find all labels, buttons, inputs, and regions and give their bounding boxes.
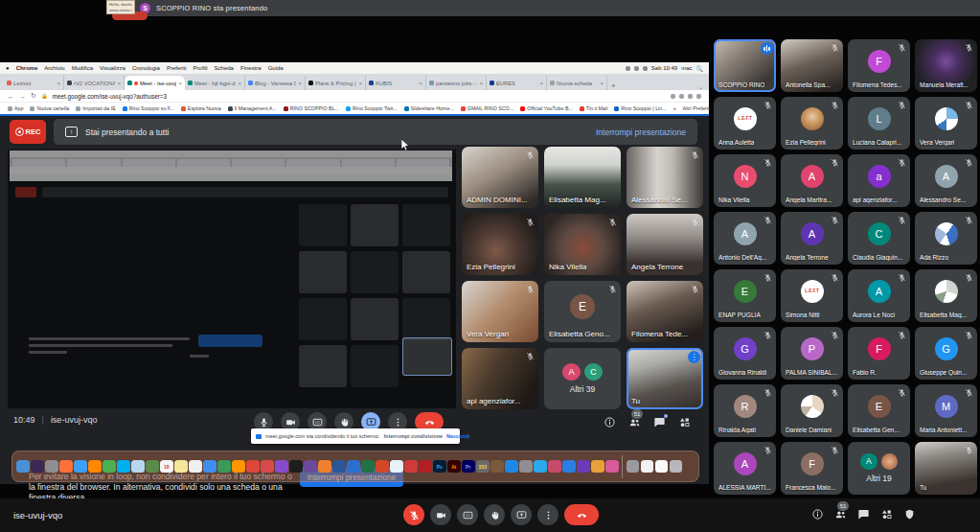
dock-icon-chrome[interactable] (103, 460, 116, 474)
browser-tab[interactable]: KUBIS× (366, 76, 426, 90)
tile-menu-icon[interactable]: ⋮ (688, 351, 700, 363)
dock-icon-exchange[interactable] (217, 460, 231, 474)
tab-close-icon[interactable]: × (419, 81, 422, 86)
dock-icon-photoshop[interactable]: Ps (433, 460, 446, 474)
spotlight-icon[interactable]: 🔍 (696, 65, 704, 72)
browser-tab[interactable]: EURES× (487, 76, 547, 90)
forward-icon[interactable]: → (19, 93, 26, 100)
extension-icon[interactable] (679, 94, 684, 99)
dock-icon-space[interactable] (31, 460, 44, 474)
participant-tile[interactable]: AAntonio Dell'Aq... (714, 212, 776, 265)
participant-tile[interactable]: EENAP PUGLIA (714, 269, 776, 322)
more-button[interactable] (537, 504, 558, 525)
participant-tile[interactable]: Ezia Pellegrini (781, 97, 843, 150)
tab-close-icon[interactable]: × (358, 81, 362, 86)
dock-icon-mail-red[interactable] (246, 460, 260, 474)
bookmark-item[interactable]: Rino Scoppio Twit... (346, 105, 398, 111)
info-icon[interactable] (811, 508, 824, 520)
tab-close-icon[interactable]: × (117, 81, 121, 86)
url-text[interactable]: meet.google.com/ise-uvuj-vqo?authuser=3 (53, 93, 167, 100)
mic-off-button[interactable] (403, 504, 424, 525)
dock-icon-notes[interactable] (174, 460, 188, 474)
dock-icon-powerpoint[interactable] (376, 460, 389, 474)
dock-icon-settings[interactable] (519, 460, 533, 474)
dock-icon-sync[interactable] (404, 460, 418, 474)
extension-icon[interactable] (671, 94, 675, 99)
browser-tab[interactable]: pantaisno jobs - C...× (426, 76, 487, 90)
hand-button[interactable] (484, 504, 505, 525)
participant-tile[interactable]: MMaria Antoniett... (915, 384, 977, 437)
participant-tile[interactable]: Tu⋮ (627, 348, 703, 409)
end-call-button[interactable] (564, 504, 599, 525)
participant-tile[interactable]: AAltri 19 (848, 442, 910, 495)
tab-close-icon[interactable]: × (238, 81, 241, 86)
bookmark-item[interactable]: Esplora Nuova (181, 105, 221, 111)
dock-icon-gray-app[interactable] (627, 460, 640, 474)
back-icon[interactable]: ← (8, 93, 14, 100)
stop-presenting-link[interactable]: Interrompi presentazione (596, 127, 686, 137)
dock-icon-firefox[interactable] (59, 460, 73, 474)
menu-item-cronologia[interactable]: Cronologia (132, 65, 160, 71)
dock-icon-mail[interactable] (203, 460, 217, 474)
participant-tile[interactable]: SCOPPIO RINO (714, 39, 776, 92)
participant-tile[interactable]: FFabio R. (848, 327, 910, 380)
activities-icon[interactable] (678, 416, 691, 428)
participant-tile[interactable]: Elisabetta Mag... (544, 147, 621, 208)
tab-close-icon[interactable]: × (539, 81, 543, 86)
dock-icon-orange-app[interactable] (318, 460, 331, 474)
extension-icon[interactable] (688, 94, 693, 99)
activities-icon[interactable] (880, 508, 893, 520)
browser-tab[interactable]: Blog - Vanessa Gav...× (245, 76, 306, 90)
dock-icon-photos[interactable] (131, 460, 145, 474)
chat-icon[interactable] (653, 416, 666, 428)
shield-icon[interactable] (903, 508, 916, 520)
participant-tile[interactable]: aapi agenziafor... (848, 154, 910, 207)
participant-tile[interactable]: ACAltri 39 (544, 348, 621, 409)
bookmark-item[interactable]: Importati da IE (76, 105, 115, 111)
tab-close-icon[interactable]: × (298, 81, 302, 86)
browser-tab[interactable]: rV2 VOCATIONAL G...× (64, 76, 125, 90)
participant-tile[interactable]: AAurora Le Noci (848, 269, 910, 322)
tab-overflow-chevron[interactable]: ⌄ (698, 83, 703, 90)
participant-tile[interactable]: Ezia Pellegrini (462, 214, 538, 275)
dock-icon-trash[interactable] (670, 460, 683, 474)
dock-icon-doc1[interactable] (641, 460, 654, 474)
participant-tile[interactable]: Tu (915, 442, 977, 495)
people-icon[interactable]: 51 (834, 508, 847, 520)
dock-icon-acrobat[interactable] (419, 460, 432, 474)
participant-tile[interactable]: Vera Vergari (915, 97, 977, 150)
dock-icon-appstore-red[interactable] (261, 460, 274, 474)
dock-icon-files[interactable] (591, 460, 604, 474)
bookmark-item[interactable]: Tin.it Mail (580, 105, 607, 111)
menu-item-chrome[interactable]: Chrome (16, 65, 38, 71)
participant-tile[interactable]: EElisabetta Geno... (544, 281, 621, 342)
dock-icon-finder[interactable] (16, 460, 30, 474)
dock-icon-safari-alt[interactable] (562, 460, 576, 474)
info-icon[interactable] (604, 416, 616, 428)
participant-tile[interactable]: Filomena Tede... (627, 281, 703, 342)
browser-tab[interactable]: Nuova scheda× (547, 76, 607, 90)
menu-item-profili[interactable]: Profili (194, 65, 208, 71)
bookmark-item[interactable]: Nuova cartella (30, 105, 69, 111)
menu-item-modifica[interactable]: Modifica (72, 65, 93, 71)
bookmark-item[interactable]: RINO SCOPPIO BL... (284, 105, 339, 111)
people-icon[interactable]: 51 (628, 416, 641, 428)
participant-tile[interactable]: Manuela Merafi... (915, 39, 977, 92)
bookmark-item[interactable]: App (8, 105, 23, 111)
bookmark-item[interactable]: Rino Scoppio su F... (123, 105, 174, 111)
chat-icon[interactable] (857, 508, 870, 520)
tab-close-icon[interactable]: × (57, 81, 60, 86)
dock-icon-appstore[interactable] (505, 460, 518, 474)
participant-tile[interactable]: Ada Rizzo (915, 212, 977, 265)
participant-tile[interactable]: CClaudia Giaquin... (848, 212, 910, 265)
participant-tile[interactable]: NNika Vilella (714, 154, 776, 207)
dock-icon-teamviewer[interactable] (390, 460, 403, 474)
participant-tile[interactable]: FFilomena Tedes... (848, 39, 910, 92)
participant-tile[interactable]: L.E.F.TAnna Auletta (714, 97, 776, 150)
participant-tile[interactable]: AALESSIA MARTI... (714, 442, 776, 495)
bookmark-item[interactable]: Official YouTube B... (520, 105, 573, 111)
bookmark-item[interactable]: Rino Scoppio | Lin... (614, 105, 666, 111)
participant-tile[interactable]: PPALMA SINIBAL... (781, 327, 843, 380)
bookmark-item[interactable]: Slideshare Home... (404, 105, 454, 111)
browser-tab[interactable]: Meet - ise-uvuj-...× (125, 76, 185, 90)
